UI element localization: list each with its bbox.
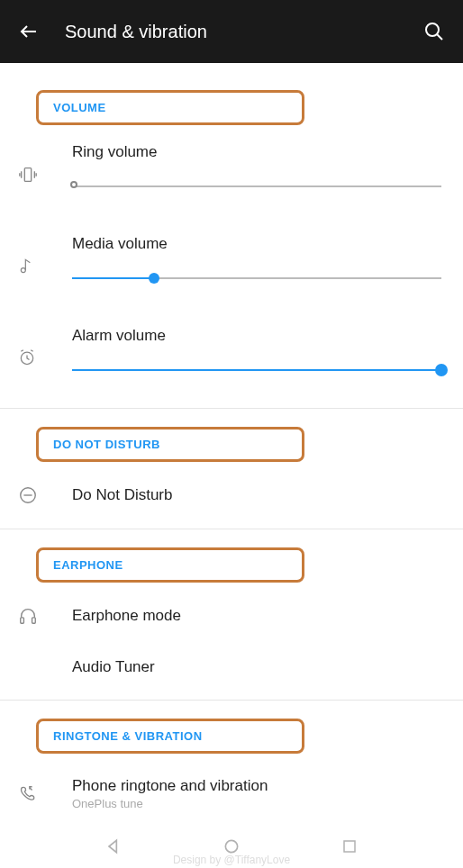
media-volume-slider[interactable]	[72, 269, 445, 287]
section-header-dnd: DO NOT DISTURB	[36, 427, 304, 462]
back-button[interactable]	[16, 19, 41, 44]
divider	[0, 700, 463, 701]
earphone-mode-row[interactable]: Earphone mode	[0, 590, 463, 642]
svg-marker-10	[109, 840, 116, 852]
section-header-volume: VOLUME	[36, 90, 304, 125]
svg-point-11	[225, 840, 237, 852]
audio-tuner-row[interactable]: Audio Tuner	[0, 642, 463, 692]
dnd-icon	[18, 485, 54, 505]
svg-rect-9	[32, 618, 36, 623]
nav-recent-button[interactable]	[339, 836, 360, 857]
nav-back-button[interactable]	[103, 836, 124, 857]
alarm-volume-slider[interactable]	[72, 361, 445, 379]
phone-ringtone-sublabel: OnePlus tune	[72, 797, 445, 810]
alarm-clock-icon	[18, 327, 54, 366]
svg-point-4	[21, 268, 25, 273]
svg-rect-12	[344, 841, 355, 852]
svg-rect-3	[24, 168, 31, 182]
section-header-ringtone: RINGTONE & VIBRATION	[36, 719, 304, 754]
ring-vibrate-icon	[18, 143, 54, 185]
earphone-mode-label: Earphone mode	[72, 607, 445, 625]
media-volume-row: Media volume	[0, 224, 463, 298]
page-title: Sound & vibration	[65, 22, 422, 42]
phone-ringtone-icon	[18, 784, 54, 804]
music-note-icon	[18, 235, 54, 275]
svg-rect-8	[21, 618, 24, 623]
dnd-row[interactable]: Do Not Disturb	[0, 469, 463, 521]
dnd-label: Do Not Disturb	[72, 486, 445, 504]
headphones-icon	[18, 606, 54, 626]
ring-volume-slider[interactable]	[72, 177, 445, 195]
media-volume-label: Media volume	[72, 235, 445, 253]
svg-line-2	[437, 34, 442, 40]
divider	[0, 529, 463, 529]
watermark: Design by @TiffanyLove	[173, 854, 290, 866]
section-header-earphone: EARPHONE	[36, 547, 304, 583]
search-button[interactable]	[422, 19, 447, 44]
svg-point-1	[426, 23, 439, 36]
alarm-volume-label: Alarm volume	[72, 327, 445, 345]
phone-ringtone-label: Phone ringtone and vibration	[72, 777, 445, 795]
alarm-volume-row: Alarm volume	[0, 316, 463, 390]
ring-volume-row: Ring volume	[0, 132, 463, 206]
divider	[0, 408, 463, 409]
phone-ringtone-row[interactable]: Phone ringtone and vibration OnePlus tun…	[0, 761, 463, 827]
content-area: VOLUME Ring volume Media volume	[0, 63, 463, 827]
ring-volume-label: Ring volume	[72, 143, 445, 161]
app-header: Sound & vibration	[0, 0, 463, 63]
audio-tuner-label: Audio Tuner	[72, 658, 445, 676]
